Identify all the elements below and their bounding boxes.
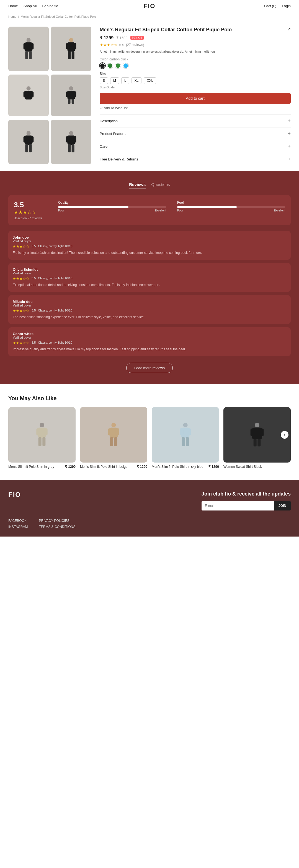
size-btn-l[interactable]: L bbox=[121, 77, 129, 84]
svg-rect-48 bbox=[180, 429, 183, 436]
svg-rect-33 bbox=[72, 144, 74, 152]
svg-rect-43 bbox=[116, 429, 119, 436]
footer-facebook[interactable]: FACEBOOK bbox=[8, 519, 28, 523]
svg-point-6 bbox=[69, 38, 73, 42]
footer-email-row: JOIN bbox=[202, 501, 291, 510]
nav-left: Home Shop All Behind fio bbox=[8, 4, 58, 8]
svg-point-28 bbox=[69, 131, 73, 135]
accordion-description-header[interactable]: Description + bbox=[100, 118, 291, 124]
size-btn-xxl[interactable]: XXL bbox=[144, 77, 156, 84]
product-title: ↗ Men's Regular Fit Striped Collar Cotto… bbox=[100, 27, 291, 33]
accordion-plus-icon: + bbox=[288, 131, 291, 136]
svg-rect-26 bbox=[25, 144, 28, 152]
footer-email-input[interactable] bbox=[202, 501, 274, 510]
ymal-section: You May Also Like Men's Slim fit Polo Sh… bbox=[0, 384, 299, 480]
review-summary-card: 3.5 ★★★☆☆ Based on 27 reviews Quality Po… bbox=[8, 195, 291, 225]
size-buttons: S M L XL XXL bbox=[100, 77, 291, 84]
footer-join-button[interactable]: JOIN bbox=[274, 501, 291, 510]
review-stars-2: ★★★☆☆ bbox=[13, 309, 29, 313]
review-score-0: 3.5 bbox=[32, 244, 36, 249]
feel-bar-ends: Poor Excellent bbox=[177, 209, 285, 212]
next-arrow[interactable]: › bbox=[281, 431, 289, 439]
overall-rating: 3.5 ★★★☆☆ Based on 27 reviews bbox=[14, 200, 47, 220]
nav-login[interactable]: Login bbox=[282, 4, 291, 8]
svg-rect-55 bbox=[260, 429, 264, 436]
tab-questions[interactable]: Questions bbox=[151, 182, 170, 188]
reviewer-tag-1: Verified buyer bbox=[13, 272, 286, 275]
rating-count: (27 reviews) bbox=[126, 43, 144, 47]
svg-rect-38 bbox=[38, 437, 41, 446]
size-btn-s[interactable]: S bbox=[100, 77, 108, 84]
accordion-features: Product Features + bbox=[100, 127, 291, 140]
product-image-5[interactable] bbox=[8, 120, 49, 164]
footer-terms[interactable]: TERMS & CONDITIONS bbox=[39, 525, 75, 529]
footer-instagram[interactable]: INSTAGRAM bbox=[8, 525, 28, 529]
footer-privacy[interactable]: PRIVACY POLICIES bbox=[39, 519, 75, 523]
ymal-image-3[interactable]: › bbox=[224, 407, 291, 463]
feel-label: Feel bbox=[177, 200, 285, 205]
product-image-2[interactable] bbox=[51, 27, 91, 71]
nav-shop-all[interactable]: Shop All bbox=[24, 4, 37, 8]
color-swatch-lightgreen[interactable] bbox=[115, 63, 121, 68]
reviews-tabs: Reviews Questions bbox=[8, 182, 291, 188]
ymal-price-2: ₹ 1290 bbox=[208, 465, 219, 469]
review-score-2: 3.5 bbox=[32, 309, 36, 313]
size-guide-link[interactable]: Size Guide bbox=[100, 86, 291, 89]
svg-rect-8 bbox=[66, 43, 69, 49]
ymal-price-0: ₹ 1290 bbox=[65, 465, 75, 469]
rating-bars: Quality Poor Excellent Feel Poor Excelle… bbox=[58, 200, 285, 212]
svg-point-40 bbox=[111, 423, 116, 428]
svg-rect-9 bbox=[73, 43, 76, 49]
review-score-row-2: ★★★☆☆ 3.5 Classy, comfy, light 10/10 bbox=[13, 309, 286, 313]
rating-row: ★★★☆☆ 3.5 (27 reviews) bbox=[100, 43, 291, 47]
accordion-features-header[interactable]: Product Features + bbox=[100, 131, 291, 136]
product-image-3[interactable] bbox=[8, 74, 49, 116]
review-text-2: The best online shopping experience ever… bbox=[13, 315, 286, 319]
svg-rect-37 bbox=[44, 429, 47, 436]
nav-home[interactable]: Home bbox=[8, 4, 18, 8]
product-image-6[interactable] bbox=[51, 120, 91, 164]
color-swatch-black[interactable] bbox=[100, 63, 105, 68]
accordion-delivery-header[interactable]: Free Delivery & Returns + bbox=[100, 156, 291, 162]
svg-rect-4 bbox=[25, 51, 28, 59]
product-description: Amet minim mollit non deserunt ullamco e… bbox=[100, 49, 291, 54]
accordion-care-header[interactable]: Care + bbox=[100, 144, 291, 149]
feel-bar-group: Feel Poor Excellent bbox=[177, 200, 285, 212]
breadcrumb: Home / Men's Regular Fit Striped Collar … bbox=[0, 12, 299, 21]
rating-score: 3.5 bbox=[119, 43, 124, 47]
overall-score: 3.5 bbox=[14, 200, 47, 209]
breadcrumb-home[interactable]: Home bbox=[8, 15, 16, 18]
nav-cart[interactable]: Cart (0) bbox=[264, 4, 276, 8]
review-text-0: Fio is my ultimate fashion destination! … bbox=[13, 250, 286, 255]
ymal-item-2: Men's Slim fit Polo Shirt in sky blue ₹ … bbox=[152, 407, 219, 469]
add-to-cart-button[interactable]: Add to cart bbox=[100, 93, 291, 104]
ymal-name-3: Women Sweat Shirt Black bbox=[224, 465, 262, 469]
heart-icon: ♡ bbox=[100, 106, 103, 110]
review-score-3: 3.5 bbox=[32, 341, 36, 345]
review-stars-1: ★★★☆☆ bbox=[13, 277, 29, 281]
load-more-button[interactable]: Load more reviews bbox=[126, 363, 173, 373]
ymal-image-2[interactable] bbox=[152, 407, 219, 463]
size-btn-xl[interactable]: XL bbox=[132, 77, 142, 84]
nav-behind-fio[interactable]: Behind fio bbox=[42, 4, 58, 8]
wishlist-button[interactable]: ♡ Add To WishList bbox=[100, 106, 128, 110]
review-card-3: Conor white Verified buyer ★★★☆☆ 3.5 Cla… bbox=[8, 327, 291, 356]
ymal-image-0[interactable] bbox=[8, 407, 75, 463]
size-btn-m[interactable]: M bbox=[110, 77, 119, 84]
review-card-0: John doe Verified buyer ★★★☆☆ 3.5 Classy… bbox=[8, 231, 291, 260]
tab-reviews[interactable]: Reviews bbox=[129, 182, 145, 188]
breadcrumb-current: Men's Regular Fit Striped Collar Cotton … bbox=[21, 15, 96, 18]
svg-point-22 bbox=[27, 131, 31, 135]
color-swatch-blue[interactable] bbox=[123, 63, 129, 68]
color-swatch-green[interactable] bbox=[107, 63, 113, 68]
site-logo: FIO bbox=[144, 2, 156, 10]
svg-rect-31 bbox=[66, 136, 69, 143]
footer-logo: FIO bbox=[8, 491, 21, 499]
svg-rect-11 bbox=[72, 51, 74, 59]
product-image-1[interactable] bbox=[8, 27, 49, 71]
ymal-image-1[interactable] bbox=[80, 407, 147, 463]
footer-links: FACEBOOK INSTAGRAM PRIVACY POLICIES TERM… bbox=[8, 519, 291, 531]
share-icon[interactable]: ↗ bbox=[287, 27, 291, 32]
product-image-4[interactable] bbox=[51, 74, 91, 116]
ymal-item-1: Men's Slim fit Polo Shirt in beige ₹ 129… bbox=[80, 407, 147, 469]
